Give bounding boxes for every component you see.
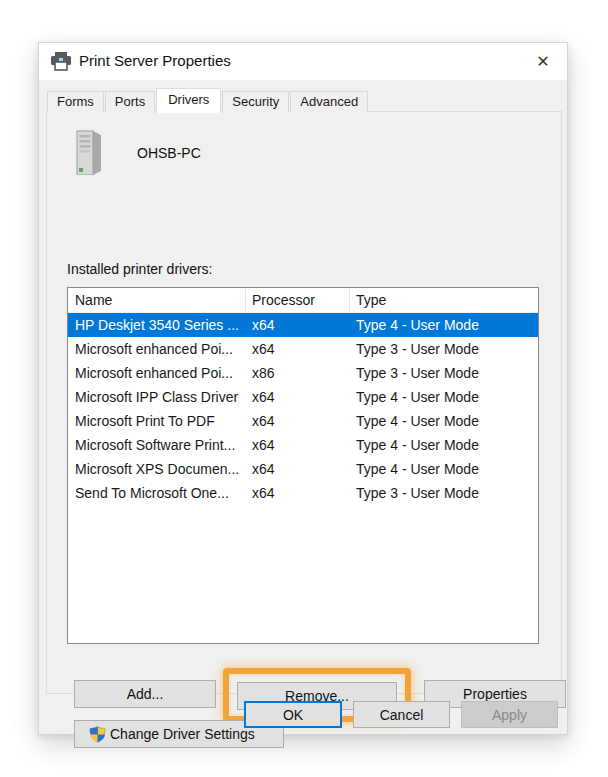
close-icon[interactable]: ✕ (531, 50, 555, 74)
processor-cell: x64 (246, 457, 350, 481)
installed-drivers-label: Installed printer drivers: (67, 261, 213, 277)
printer-icon (50, 52, 72, 71)
driver-name-cell: Microsoft enhanced Poi... (68, 337, 246, 361)
processor-cell: x64 (246, 337, 350, 361)
driver-name-cell: HP Deskjet 3540 Series ... (68, 313, 246, 337)
table-row[interactable]: Microsoft enhanced Poi... x86 Type 3 - U… (68, 361, 538, 385)
table-row[interactable]: Microsoft Print To PDF x64 Type 4 - User… (68, 409, 538, 433)
type-cell: Type 4 - User Mode (350, 385, 538, 409)
driver-name-cell: Microsoft IPP Class Driver (68, 385, 246, 409)
computer-tower-icon (71, 129, 107, 175)
change-driver-settings-label: Change Driver Settings (110, 726, 255, 742)
type-cell: Type 4 - User Mode (350, 313, 538, 337)
type-cell: Type 3 - User Mode (350, 481, 538, 505)
type-cell: Type 4 - User Mode (350, 409, 538, 433)
column-header-processor[interactable]: Processor (246, 288, 350, 312)
processor-cell: x86 (246, 361, 350, 385)
add-button[interactable]: Add... (74, 680, 216, 708)
processor-cell: x64 (246, 313, 350, 337)
driver-name-cell: Send To Microsoft One... (68, 481, 246, 505)
type-cell: Type 3 - User Mode (350, 337, 538, 361)
driver-name-cell: Microsoft XPS Documen... (68, 457, 246, 481)
ok-button[interactable]: OK (244, 701, 342, 728)
type-cell: Type 4 - User Mode (350, 457, 538, 481)
driver-name-cell: Microsoft enhanced Poi... (68, 361, 246, 385)
tab-forms[interactable]: Forms (47, 91, 104, 112)
table-row[interactable]: Microsoft XPS Documen... x64 Type 4 - Us… (68, 457, 538, 481)
processor-cell: x64 (246, 433, 350, 457)
table-row[interactable]: Microsoft enhanced Poi... x64 Type 3 - U… (68, 337, 538, 361)
apply-button: Apply (461, 701, 558, 728)
print-server-properties-dialog: Print Server Properties ✕ Forms Ports Dr… (38, 42, 568, 735)
tab-advanced[interactable]: Advanced (290, 91, 368, 112)
table-row[interactable]: Microsoft Software Print... x64 Type 4 -… (68, 433, 538, 457)
column-header-name[interactable]: Name (68, 288, 246, 312)
server-name: OHSB-PC (137, 145, 201, 161)
drivers-table: Name Processor Type HP Deskjet 3540 Seri… (67, 287, 539, 644)
driver-name-cell: Microsoft Print To PDF (68, 409, 246, 433)
driver-name-cell: Microsoft Software Print... (68, 433, 246, 457)
type-cell: Type 3 - User Mode (350, 361, 538, 385)
cancel-button[interactable]: Cancel (353, 701, 450, 728)
table-row[interactable]: Send To Microsoft One... x64 Type 3 - Us… (68, 481, 538, 505)
tab-strip: Forms Ports Drivers Security Advanced (47, 91, 369, 112)
type-cell: Type 4 - User Mode (350, 433, 538, 457)
table-header: Name Processor Type (68, 288, 538, 313)
tab-security[interactable]: Security (222, 91, 289, 112)
title-bar: Print Server Properties ✕ (39, 43, 567, 80)
window-title: Print Server Properties (79, 52, 231, 69)
column-header-type[interactable]: Type (350, 288, 538, 312)
tab-drivers[interactable]: Drivers (156, 88, 221, 113)
table-row[interactable]: Microsoft IPP Class Driver x64 Type 4 - … (68, 385, 538, 409)
processor-cell: x64 (246, 409, 350, 433)
processor-cell: x64 (246, 385, 350, 409)
tab-ports[interactable]: Ports (105, 91, 155, 112)
drivers-tab-page: OHSB-PC Installed printer drivers: Name … (46, 111, 562, 694)
table-row[interactable]: HP Deskjet 3540 Series ... x64 Type 4 - … (68, 313, 538, 337)
processor-cell: x64 (246, 481, 350, 505)
uac-shield-icon (89, 726, 106, 743)
